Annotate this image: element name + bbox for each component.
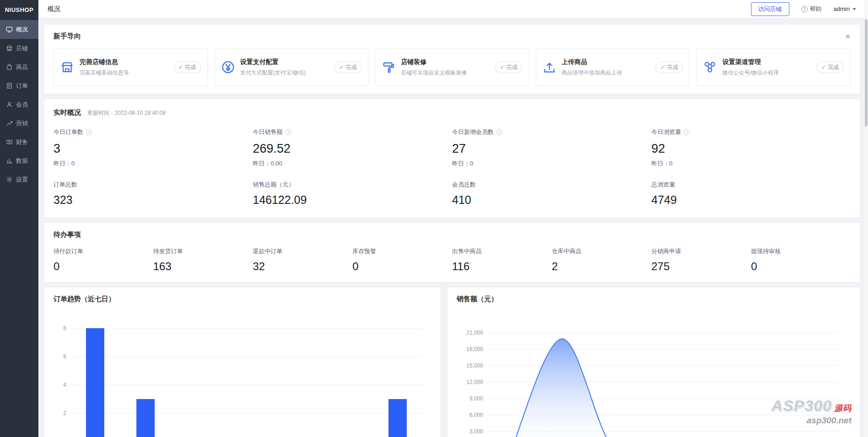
svg-text:21,000: 21,000: [466, 330, 483, 336]
todo-label: 退款中订单: [253, 247, 352, 256]
stat-label: 今日新增会员数: [452, 128, 494, 136]
info-icon[interactable]: [684, 129, 690, 135]
sidebar-item-settings[interactable]: 设置: [0, 170, 38, 189]
guide-title: 新手导向: [53, 32, 81, 41]
user-menu[interactable]: admin: [834, 5, 856, 12]
sidebar-item-shop[interactable]: 店铺: [0, 39, 38, 58]
svg-text:8: 8: [63, 325, 66, 331]
guide-item-title: 完善店铺信息: [80, 58, 168, 66]
svg-text:3,000: 3,000: [469, 428, 483, 435]
info-icon[interactable]: [496, 129, 502, 135]
dashboard-page: { "app": { "logo": "NIUSHOP" }, "topbar"…: [0, 0, 868, 437]
guide-item-title: 上传商品: [562, 58, 650, 66]
todo-label: 仓库中商品: [552, 247, 651, 256]
data-icon: [6, 157, 13, 164]
sidebar-item-marketing[interactable]: 营销: [0, 114, 38, 133]
sidebar-item-orders[interactable]: 订单: [0, 76, 38, 95]
main-area: 概况 访问店铺 帮助 admin 新手导向 完: [38, 0, 868, 437]
todo-grid: 待付款订单 0 待发货订单 163 退款中订单 32 库存预警 0 出售中商品: [53, 247, 851, 273]
todo-item-pending-payment: 待付款订单 0: [53, 247, 153, 273]
chevron-down-icon: [852, 8, 856, 12]
todo-label: 待发货订单: [153, 247, 253, 256]
check-icon: [821, 64, 826, 70]
stat-value: 92: [651, 142, 851, 156]
guide-item-text: 设置支付配置 支付方式配置(支付宝/微信): [240, 58, 329, 77]
stat-yesterday: 昨日：0.00: [253, 160, 452, 168]
svg-text:4: 4: [63, 382, 66, 388]
stat-today-views: 今日浏览量 92 昨日：0 总浏览量 4749: [651, 128, 851, 207]
todo-label: 分销商申请: [651, 247, 751, 256]
guide-item-channel-manage[interactable]: 设置渠道管理 微信公众号/微信小程序 完成: [696, 48, 851, 86]
svg-text:6: 6: [63, 353, 66, 360]
todo-value: 0: [751, 260, 851, 273]
overview-icon: [6, 26, 13, 33]
sales-chart: 3,0006,0009,00012,00015,00018,00021,000: [457, 309, 845, 437]
stat-total-value: 4749: [651, 193, 851, 207]
guide-item-title: 设置支付配置: [240, 58, 329, 66]
member-icon: [6, 101, 13, 108]
svg-text:12,000: 12,000: [466, 379, 483, 385]
stats-grid: 今日订单数 3 昨日：0 订单总数 323 今日销售额 269.52 昨日：0.…: [53, 128, 851, 207]
stat-total-value: 410: [452, 193, 651, 207]
todo-label: 待付款订单: [53, 247, 153, 256]
guide-item-payment-config[interactable]: 设置支付配置 支付方式配置(支付宝/微信) 完成: [214, 48, 369, 86]
guide-item-store-info[interactable]: 完善店铺信息 完善店铺基础信息等 完成: [53, 48, 208, 86]
sales-chart-card: 销售额（元） 3,0006,0009,00012,00015,00018,000…: [447, 288, 860, 437]
sidebar-item-members[interactable]: 会员: [0, 95, 38, 114]
stat-total-label: 总浏览量: [651, 181, 851, 189]
status-label: 完成: [346, 64, 357, 71]
sidebar: NIUSHOP 概况 店铺 商品 订单 会员 营销 财务: [0, 0, 38, 437]
todo-label: 提现待审核: [751, 247, 851, 256]
todo-item-on-sale: 出售中商品 116: [452, 247, 552, 273]
sidebar-item-label: 营销: [16, 119, 28, 128]
check-icon: [179, 64, 183, 70]
svg-text:15,000: 15,000: [466, 362, 483, 369]
guide-item-text: 店铺装修 店铺可实现自定义模板装修: [401, 58, 490, 77]
order-trend-card: 订单趋势（近七日） 2468: [44, 288, 440, 437]
stat-label-row: 今日新增会员数: [452, 128, 651, 136]
stat-label: 今日销售额: [253, 128, 282, 136]
todo-label: 出售中商品: [452, 247, 552, 256]
sidebar-item-finance[interactable]: 财务: [0, 133, 38, 151]
sidebar-item-data[interactable]: 数据: [0, 151, 38, 170]
stat-value: 3: [53, 142, 253, 156]
status-badge: 完成: [495, 62, 522, 73]
todo-value: 0: [352, 260, 452, 273]
info-icon[interactable]: [285, 129, 291, 135]
guide-list: 完善店铺信息 完善店铺基础信息等 完成 设置支付配置 支付方式配置(支付宝/微信…: [53, 48, 851, 86]
guide-item-desc: 支付方式配置(支付宝/微信): [240, 69, 329, 77]
close-icon[interactable]: [845, 33, 851, 40]
todo-label: 库存预警: [352, 247, 452, 256]
status-label: 完成: [828, 64, 839, 71]
todo-item-distributor-apply: 分销商申请 275: [651, 247, 751, 273]
finance-icon: [6, 139, 13, 145]
guide-title-row: 新手导向: [53, 32, 851, 41]
scrollbar-thumb[interactable]: [865, 19, 868, 127]
help-label: 帮助: [810, 5, 822, 13]
upload-icon: [543, 60, 556, 74]
check-icon: [660, 64, 665, 70]
svg-text:6,000: 6,000: [469, 412, 483, 418]
stat-total-label: 销售总额（元）: [253, 181, 452, 189]
sidebar-item-label: 店铺: [16, 44, 28, 53]
svg-text:2: 2: [63, 410, 66, 416]
sidebar-item-goods[interactable]: 商品: [0, 58, 38, 76]
update-time: 更新时间：2022-08-10 18:40:08: [87, 109, 165, 117]
scrollbar-track: [864, 0, 868, 437]
goods-icon: [6, 64, 13, 70]
check-icon: [500, 64, 505, 70]
guide-item-text: 完善店铺信息 完善店铺基础信息等: [80, 58, 168, 77]
stat-total-label: 会员总数: [452, 181, 651, 189]
sidebar-item-overview[interactable]: 概况: [0, 20, 38, 39]
sidebar-item-label: 会员: [16, 101, 28, 109]
topbar: 概况 访问店铺 帮助 admin: [38, 0, 868, 18]
help-link[interactable]: 帮助: [801, 5, 822, 13]
realtime-header: 实时概况 更新时间：2022-08-10 18:40:08: [53, 108, 851, 117]
stat-total-value: 146122.09: [253, 193, 452, 207]
info-icon[interactable]: [86, 129, 92, 135]
status-label: 完成: [506, 64, 517, 71]
status-badge: 完成: [174, 62, 201, 73]
guide-item-upload-goods[interactable]: 上传商品 商品管理中添加商品上传 完成: [536, 48, 690, 86]
guide-item-shop-decorate[interactable]: 店铺装修 店铺可实现自定义模板装修 完成: [375, 48, 529, 86]
visit-shop-button[interactable]: 访问店铺: [751, 2, 789, 16]
